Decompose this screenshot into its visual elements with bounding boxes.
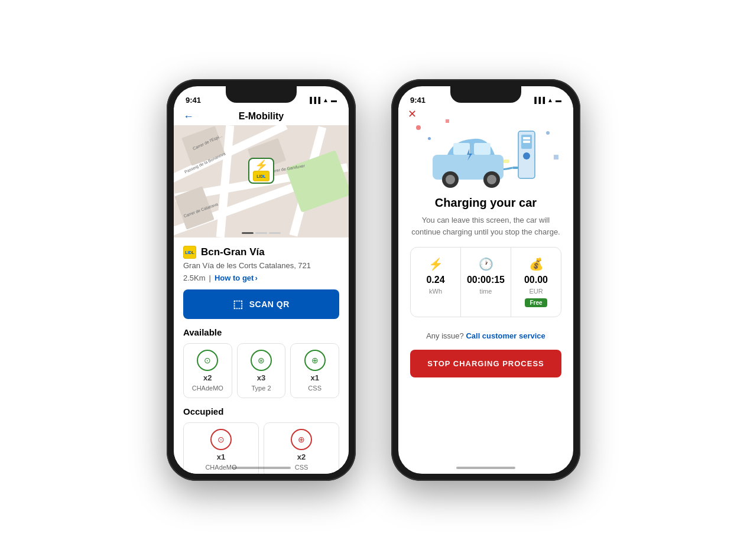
charging-title: Charging your car [410, 196, 561, 210]
stat-eur: 💰 00.00 EUR Free [511, 248, 561, 317]
kwh-value: 0.24 [426, 275, 444, 285]
scroll-dot-2 [255, 232, 267, 234]
deco-dot-4 [546, 131, 550, 135]
charging-content: Charging your car You can leave this scr… [398, 196, 573, 237]
issue-text: Any issue? [426, 331, 464, 340]
clock-stat-icon: 🕐 [479, 257, 493, 271]
status-time-1: 9:41 [186, 96, 201, 105]
svg-rect-13 [504, 159, 509, 163]
type2-icon-green: ⊛ [251, 350, 272, 371]
svg-rect-8 [474, 143, 491, 155]
type2-avail-count: x3 [257, 373, 265, 382]
location-name: Bcn-Gran Vía [201, 246, 265, 258]
how-to-get-link[interactable]: How to get › [215, 274, 258, 282]
css-avail-type: CSS [308, 385, 321, 392]
location-name-row: LIDL Bcn-Gran Vía [183, 246, 339, 259]
car-charger-illustration [421, 119, 551, 190]
occupied-charger-grid: ⊙ x1 CHAdeMO ⊕ x2 CSS [183, 422, 339, 474]
svg-rect-3 [523, 141, 530, 143]
status-icons-2: ▐▐▐ ▲ ▬ [532, 97, 561, 103]
deco-dot-1 [416, 125, 421, 130]
bolt-stat-icon: ⚡ [428, 257, 443, 271]
free-badge: Free [525, 298, 547, 307]
issue-area: Any issue? Call customer service [398, 327, 573, 350]
wifi-icon: ▲ [323, 97, 329, 103]
svg-point-12 [487, 175, 496, 184]
svg-point-10 [446, 175, 455, 184]
money-stat-icon: 💰 [529, 257, 544, 271]
eur-value: 00.00 [524, 275, 548, 285]
screen-2: 9:41 ▐▐▐ ▲ ▬ ✕ [398, 86, 573, 474]
type2-avail-type: Type 2 [251, 385, 271, 392]
charging-subtitle: You can leave this screen, the car will … [410, 214, 561, 237]
stat-kwh: ⚡ 0.24 kWh [411, 248, 461, 317]
separator: | [209, 274, 211, 282]
kwh-label: kWh [429, 288, 442, 295]
css-occ-count: x2 [297, 452, 306, 461]
css-icon-green: ⊕ [304, 350, 326, 371]
home-indicator-2 [456, 467, 515, 469]
available-charger-grid: ⊙ x2 CHAdeMO ⊛ x3 Type 2 ⊕ x1 CSS [183, 343, 339, 398]
available-title: Available [183, 327, 339, 337]
bolt-icon: ⚡ [255, 160, 268, 171]
chademo-icon-green: ⊙ [197, 350, 218, 371]
css-avail-count: x1 [310, 373, 319, 382]
battery-icon: ▬ [331, 97, 337, 103]
map-background: Carrer de l'Espi... Carrer de Ganduxer P… [174, 125, 349, 237]
nav-bar-1: ← E-Mobility [174, 108, 349, 125]
svg-rect-7 [453, 143, 470, 155]
distance-text: 2.5Km [183, 274, 206, 282]
lidl-badge: LIDL [183, 246, 196, 259]
wifi-icon-2: ▲ [547, 97, 553, 103]
scroll-indicator [242, 232, 281, 234]
charger-card-chademo-occ: ⊙ x1 CHAdeMO [183, 422, 259, 474]
available-section: Available ⊙ x2 CHAdeMO ⊛ x3 Type 2 ⊕ x1 … [174, 327, 349, 474]
stat-time: 🕐 00:00:15 time [461, 248, 511, 317]
back-button[interactable]: ← [183, 110, 194, 123]
screen-1: 9:41 ▐▐▐ ▲ ▬ ← E-Mobility [174, 86, 349, 474]
battery-icon-2: ▬ [556, 97, 561, 103]
signal-icon: ▐▐▐ [308, 97, 320, 103]
scroll-dot-3 [269, 232, 281, 234]
time-label: time [480, 288, 492, 295]
deco-dot-3 [446, 119, 449, 123]
deco-dot-5 [554, 155, 558, 159]
notch-1 [226, 86, 297, 103]
location-info: LIDL Bcn-Gran Vía Gran Vía de les Corts … [174, 237, 349, 282]
scroll-dot-1 [242, 232, 254, 234]
charger-card-css-avail: ⊕ x1 CSS [290, 343, 339, 398]
phone-frame-1: 9:41 ▐▐▐ ▲ ▬ ← E-Mobility [167, 79, 356, 481]
chademo-occ-count: x1 [217, 452, 225, 461]
charger-card-chademo-avail: ⊙ x2 CHAdeMO [183, 343, 232, 398]
chademo-avail-type: CHAdeMO [192, 385, 223, 392]
occupied-title: Occupied [183, 406, 339, 416]
status-time-2: 9:41 [410, 96, 426, 105]
eur-label: EUR [529, 288, 543, 295]
time-value: 00:00:15 [467, 275, 505, 285]
qr-icon: ⬚ [233, 298, 243, 311]
chademo-icon-red: ⊙ [210, 429, 232, 450]
stats-card: ⚡ 0.24 kWh 🕐 00:00:15 time 💰 00.00 EUR F… [410, 247, 561, 317]
call-customer-link[interactable]: Call customer service [466, 331, 545, 340]
stop-charging-button[interactable]: STOP CHARGING PROCESS [410, 350, 561, 377]
lidl-logo-marker: LIDL [253, 171, 269, 181]
charger-card-css-occ: ⊕ x2 CSS [264, 422, 339, 474]
location-address: Gran Vía de les Corts Catalanes, 721 [183, 261, 339, 270]
svg-rect-5 [512, 167, 518, 169]
close-button[interactable]: ✕ [408, 108, 417, 121]
status-icons-1: ▐▐▐ ▲ ▬ [308, 97, 337, 103]
charger-card-type2-avail: ⊛ x3 Type 2 [237, 343, 286, 398]
css-occ-type: CSS [295, 464, 308, 471]
home-indicator-1 [232, 467, 291, 469]
illustration-area [398, 108, 573, 196]
css-icon-red: ⊕ [291, 429, 312, 450]
scan-qr-button[interactable]: ⬚ SCAN QR [183, 289, 339, 319]
map-marker[interactable]: ⚡ LIDL [248, 158, 274, 184]
location-meta: 2.5Km | How to get › [183, 274, 339, 282]
page-title-1: E-Mobility [239, 111, 284, 122]
notch-2 [450, 86, 521, 103]
svg-point-4 [523, 152, 530, 159]
chevron-right-icon: › [255, 274, 257, 282]
deco-dot-2 [428, 137, 431, 140]
chademo-avail-count: x2 [203, 373, 212, 382]
